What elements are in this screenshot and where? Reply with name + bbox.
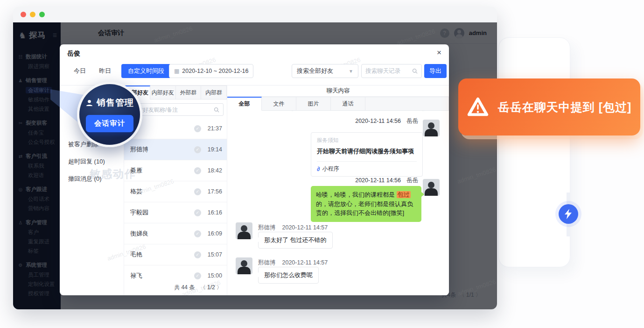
browser-window: ♞ 探马 ☰ ☷数据统计跟进洞察♟销售管理会话审计敏感动作其他设置✂裂变获客任务… bbox=[13, 7, 497, 309]
avatar bbox=[423, 120, 440, 136]
avatar bbox=[236, 222, 252, 239]
contact-time: 19:14 bbox=[208, 146, 222, 153]
green-message-bubble[interactable]: 哈喽，哈喽，我们的课程都是 包过 的，请您放心，老师们都是很认真负责的，选择我们… bbox=[311, 186, 421, 222]
lightning-badge bbox=[559, 204, 578, 224]
export-button[interactable]: 导出 bbox=[424, 64, 447, 78]
contact-name: 衡娣良 bbox=[130, 229, 194, 238]
miniprogram-icon: ∂ bbox=[317, 165, 320, 172]
badge-title: 销售管理 bbox=[85, 97, 134, 109]
check-circle-icon: ✓ bbox=[194, 230, 201, 237]
window-content: ♞ 探马 ☰ ☷数据统计跟进洞察♟销售管理会话审计敏感动作其他设置✂裂变获客任务… bbox=[13, 22, 497, 309]
keyword-highlight: 包过 bbox=[397, 191, 411, 198]
filter-yesterday[interactable]: 昨日 bbox=[99, 67, 111, 75]
contact-name: 格芸 bbox=[130, 187, 194, 196]
message-meta: 2020-12-11 14:56岳岳 bbox=[355, 117, 418, 125]
tab-外部群[interactable]: 外部群 bbox=[176, 86, 202, 100]
conversation-audit-modal: admin_tm0826admin_tm0826admin_tm0826admi… bbox=[60, 44, 449, 295]
card-body: 开始聊天前请仔细阅读服务须知事项 bbox=[317, 147, 417, 161]
contact-time: 16:09 bbox=[208, 230, 222, 237]
contact-row[interactable]: 邢德博✓19:14 bbox=[124, 139, 227, 160]
filter-today[interactable]: 今日 bbox=[74, 67, 86, 75]
contact-tabs: 外部好友内部好友外部群内部群 bbox=[124, 86, 227, 100]
chevron-down-icon: ▼ bbox=[349, 69, 353, 74]
filter-recalled-messages[interactable]: 撤回消息 (0) bbox=[68, 175, 102, 183]
check-circle-icon: ✓ bbox=[194, 146, 201, 153]
contact-time: 15:07 bbox=[208, 251, 222, 258]
chat-header: 聊天内容 bbox=[227, 86, 449, 97]
date-range-picker[interactable]: ▦ 2020-12-10 ~ 2020-12-16 bbox=[169, 64, 253, 78]
card-footer: ∂ 小程序 bbox=[317, 161, 417, 176]
check-circle-icon: ✓ bbox=[194, 188, 201, 195]
chat-tab-图片[interactable]: 图片 bbox=[296, 97, 331, 111]
badge-button[interactable]: 会话审计 bbox=[86, 115, 133, 132]
message-bubble[interactable]: 那太好了 包过还不错的 bbox=[258, 232, 333, 249]
avatar bbox=[423, 179, 440, 196]
contact-row[interactable]: 禄飞✓15:00 bbox=[124, 265, 227, 279]
tab-内部好友[interactable]: 内部好友 bbox=[150, 86, 176, 100]
contact-row[interactable]: 衡娣良✓16:09 bbox=[124, 223, 227, 244]
message-meta: 邢德博2020-12-11 14:57 bbox=[258, 259, 328, 267]
card-message[interactable]: 服务须知 开始聊天前请仔细阅读服务须知事项 ∂ 小程序 bbox=[311, 132, 423, 177]
contact-name: 宇毅园 bbox=[130, 208, 194, 217]
background-preview-card bbox=[498, 37, 570, 267]
contact-time: 16:16 bbox=[208, 209, 222, 216]
contact-name: 綦雁 bbox=[130, 166, 194, 175]
chat-tabs: 全部文件图片通话 bbox=[227, 97, 449, 111]
warning-icon bbox=[467, 97, 489, 117]
contact-row[interactable]: 毛艳✓15:07 bbox=[124, 244, 227, 265]
friend-scope-select[interactable]: 搜索全部好友 ▼ bbox=[292, 64, 358, 78]
friend-scope-value: 搜索全部好友 bbox=[297, 67, 333, 75]
contact-time: 17:56 bbox=[208, 188, 222, 195]
window-titlebar bbox=[13, 7, 497, 22]
lightning-icon bbox=[564, 208, 573, 220]
message-meta: 2020-12-11 14:56岳岳 bbox=[355, 177, 418, 185]
contact-time: 21:37 bbox=[208, 125, 222, 132]
contact-row[interactable]: 宇毅园✓16:16 bbox=[124, 202, 227, 223]
close-traffic-light[interactable] bbox=[21, 12, 26, 17]
filter-timeout-reply[interactable]: 超时回复 (10) bbox=[68, 157, 105, 166]
search-icon bbox=[412, 68, 418, 74]
modal-title: 岳俊 bbox=[67, 50, 80, 58]
maximize-traffic-light[interactable] bbox=[39, 12, 45, 17]
chat-search-input[interactable] bbox=[365, 68, 410, 74]
keyword-alert-callout: 岳岳在聊天中提到 [包过] bbox=[458, 78, 640, 135]
check-circle-icon: ✓ bbox=[194, 167, 201, 174]
message-meta: 邢德博2020-12-11 14:57 bbox=[258, 224, 328, 232]
minimize-traffic-light[interactable] bbox=[30, 12, 35, 17]
chat-column: 聊天内容 全部文件图片通话 2020-12-11 14:56岳岳 服务须知 开始… bbox=[227, 86, 449, 295]
check-circle-icon: ✓ bbox=[194, 272, 201, 279]
canvas: 岳岳在聊天中提到 [包过] ♞ 探马 ☰ ☷数据统计跟进洞察♟销售管理会话审计敏… bbox=[0, 0, 644, 328]
chat-tab-通话[interactable]: 通话 bbox=[331, 97, 365, 111]
filter-custom-range-button[interactable]: 自定义时间段 bbox=[121, 64, 171, 78]
tab-内部群[interactable]: 内部群 bbox=[201, 86, 227, 100]
contact-name: 邢德博 bbox=[130, 145, 194, 154]
calendar-icon: ▦ bbox=[174, 68, 179, 74]
message-bubble[interactable]: 那你们怎么收费呢 bbox=[258, 267, 319, 284]
contact-name: 毛艳 bbox=[130, 250, 194, 259]
contact-time: 15:00 bbox=[208, 272, 222, 279]
check-circle-icon: ✓ bbox=[194, 251, 201, 258]
contact-row[interactable]: 格芸✓17:56 bbox=[124, 181, 227, 202]
modal-filter-row: 今日 昨日 自定义时间段 ▦ 2020-12-10 ~ 2020-12-16 搜… bbox=[60, 64, 449, 79]
person-icon bbox=[85, 99, 93, 107]
contact-total: 共 44 条 bbox=[174, 284, 195, 291]
alert-text: 岳岳在聊天中提到 [包过] bbox=[498, 100, 632, 115]
contact-pager[interactable]: 〈 1/2 〉 bbox=[200, 284, 222, 291]
chat-tab-文件[interactable]: 文件 bbox=[262, 97, 296, 111]
close-icon[interactable]: × bbox=[437, 48, 441, 57]
card-title: 服务须知 bbox=[317, 137, 417, 144]
tab-filler bbox=[365, 97, 449, 111]
miniprogram-label: 小程序 bbox=[322, 165, 339, 173]
date-range-value: 2020-12-10 ~ 2020-12-16 bbox=[182, 68, 248, 74]
contact-pagination[interactable]: 共 44 条 〈 1/2 〉 bbox=[124, 284, 222, 292]
check-circle-icon: ✓ bbox=[194, 125, 201, 132]
check-circle-icon: ✓ bbox=[194, 209, 201, 216]
chat-search-field[interactable] bbox=[361, 64, 422, 78]
contact-time: 18:42 bbox=[208, 167, 222, 174]
search-icon bbox=[214, 107, 219, 113]
contact-row[interactable]: 綦雁✓18:42 bbox=[124, 160, 227, 181]
contact-search-input[interactable] bbox=[132, 107, 211, 113]
chat-tab-全部[interactable]: 全部 bbox=[227, 97, 262, 111]
avatar bbox=[236, 257, 252, 274]
contact-name: 禄飞 bbox=[130, 271, 194, 279]
